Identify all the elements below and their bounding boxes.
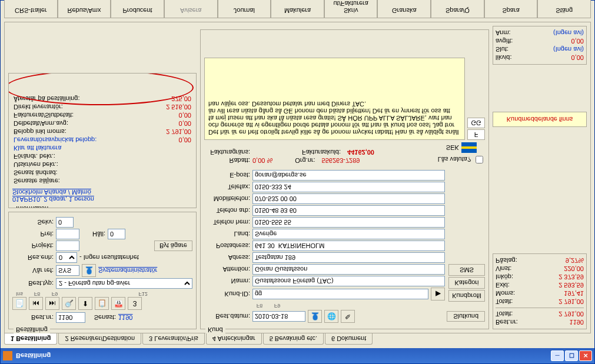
- trip-link[interactable]: 01APR10, 2 dagar, 1 person: [12, 196, 192, 203]
- epost-input[interactable]: [252, 170, 445, 181]
- sekv-input[interactable]: [56, 217, 74, 228]
- btab-avisera[interactable]: Avisera: [164, 0, 218, 18]
- calendar-icon[interactable]: 📅: [111, 297, 125, 310]
- kundmeddelande-msg: Kundmeddelande finns: [493, 112, 587, 127]
- land-input[interactable]: [252, 229, 445, 239]
- bytagare-button[interactable]: Byt ägare: [154, 241, 192, 251]
- hall-label: Håll:: [82, 231, 105, 238]
- btab-sparaq[interactable]: Spara/Q: [431, 0, 484, 18]
- bottom-toolbar: CRS-trailer Rebus/Amx Producent Avisera …: [1, 0, 594, 18]
- inner-tabs: 1 Beställning 2 Resenärer/Destination 3 …: [1, 333, 594, 348]
- btab-skrivut[interactable]: Skriv ut/Fakturera: [324, 0, 378, 18]
- date-globe-icon[interactable]: 🌐: [324, 310, 338, 323]
- kundprofil-button[interactable]: Kundprofil: [448, 290, 485, 302]
- tab-dokument[interactable]: 6 Dokument: [325, 333, 373, 345]
- right-lower-box: likvid:0,00 Slut:(Ingen avi) avgift:0,00…: [493, 26, 587, 65]
- sekv-label: Sekv:: [12, 219, 54, 226]
- flag-sweden-icon: [461, 142, 477, 153]
- kundid-input[interactable]: [252, 289, 428, 299]
- kund-group: Kund Best.datum: 👤 🌐 ✎ Slutkund F8 F9: [200, 29, 489, 329]
- resenh-label: Res.enh:: [12, 254, 54, 261]
- faktskuld-value: 44162,00: [347, 149, 374, 156]
- titlebar: Beställning ─ ☐ ✕: [1, 348, 594, 363]
- fg-f[interactable]: F: [467, 129, 485, 140]
- btab-crs[interactable]: CRS-trailer: [4, 0, 58, 18]
- bestdatum-label: Best.datum:: [204, 313, 250, 320]
- close-button[interactable]: ✕: [579, 350, 592, 361]
- varref-label: Vår ref:: [12, 267, 54, 274]
- senast-label: Senast:: [88, 314, 116, 321]
- app-icon: [3, 351, 12, 360]
- lasvaluta-checkbox[interactable]: [476, 156, 483, 163]
- upload-icon[interactable]: ⬆: [78, 297, 92, 310]
- projekt-label: Projekt:: [12, 242, 54, 249]
- btab-journal[interactable]: Journal: [218, 0, 271, 18]
- btab-granska[interactable]: Granska: [377, 0, 431, 18]
- summary-box: Best.nr:1190 Totalt:2 791,00 Totalt:2 79…: [493, 253, 587, 329]
- tab-leverantor[interactable]: 3 Leverantör/Pris: [142, 333, 205, 345]
- namn-input[interactable]: [252, 276, 445, 286]
- date-edit-icon[interactable]: ✎: [341, 310, 355, 323]
- prel-input[interactable]: [56, 229, 79, 239]
- postadress-input[interactable]: [252, 241, 445, 251]
- varref-code[interactable]: [56, 265, 79, 276]
- varref-name[interactable]: Systemadministratör: [98, 267, 157, 274]
- fg-gg[interactable]: GG: [467, 118, 485, 128]
- telarb-input[interactable]: [252, 205, 445, 216]
- doc-icon[interactable]: 📋: [95, 297, 109, 310]
- besttyp-select[interactable]: 2 - Företag utan pg-avier: [56, 278, 192, 289]
- dest-link[interactable]: Stockholm Arlanda / Malmö: [12, 189, 192, 196]
- adress-input[interactable]: [252, 252, 445, 263]
- btab-makulera[interactable]: Makulera: [271, 0, 324, 18]
- date-search-icon[interactable]: 👤: [308, 310, 322, 323]
- kundid-play-icon[interactable]: ▶: [431, 288, 445, 300]
- telhem-input[interactable]: [252, 217, 445, 228]
- new-icon[interactable]: 📄: [12, 297, 26, 310]
- prel-label: Prel:: [12, 231, 54, 238]
- kategori-button[interactable]: Kategori: [448, 277, 485, 289]
- bestnr-input[interactable]: [56, 312, 85, 323]
- bestnr-label: Best.nr:: [12, 314, 54, 321]
- hall-input[interactable]: [108, 229, 125, 239]
- projekt-input[interactable]: [56, 241, 79, 251]
- minimize-button[interactable]: ─: [551, 350, 564, 361]
- tab-resenarer[interactable]: 2 Resenärer/Destination: [58, 333, 141, 345]
- prev-icon[interactable]: ⏮: [29, 297, 43, 310]
- info-group: Information 01APR10, 2 dagar, 1 person S…: [8, 73, 197, 208]
- btab-stang[interactable]: Stäng: [537, 0, 591, 18]
- search-icon[interactable]: 🔍: [62, 297, 76, 310]
- tab-bevakning[interactable]: 5 Bevakning etc.: [263, 333, 324, 345]
- varref-btn[interactable]: 👤: [82, 264, 96, 277]
- btab-spara[interactable]: Spara: [484, 0, 538, 18]
- kund-legend: Kund: [205, 326, 225, 333]
- next-icon[interactable]: ⏭: [45, 297, 59, 310]
- senast-link[interactable]: 1190: [118, 314, 132, 321]
- order-legend: Beställning: [14, 326, 50, 333]
- order-toolbar: 📄 ⏮ ⏭ 🔍 ⬆ 📋 📅 3: [12, 297, 192, 310]
- info-legend: Information: [14, 205, 51, 208]
- mobil-input[interactable]: [252, 193, 445, 204]
- slutkund-button[interactable]: Slutkund: [447, 311, 485, 322]
- bestdatum-input[interactable]: [252, 311, 305, 322]
- attention-input[interactable]: [252, 264, 445, 275]
- maximize-button[interactable]: ☐: [565, 350, 578, 361]
- customer-note[interactable]: Det här är en helt otroligt trevlig kill…: [204, 58, 465, 140]
- order-group: Beställning Best.nr: Senast: 1190 📄 ⏮ ⏭ …: [8, 212, 197, 329]
- resenh-code[interactable]: 0: [56, 252, 77, 263]
- tab-bestallning[interactable]: 1 Beställning: [4, 333, 57, 345]
- btab-producent[interactable]: Producent: [111, 0, 164, 18]
- resenh-text: - Ingen resultatenhet: [79, 254, 139, 261]
- window-title: Beställning: [16, 352, 51, 359]
- num3-icon[interactable]: 3: [128, 297, 142, 310]
- btab-rebus[interactable]: Rebus/Amx: [58, 0, 111, 18]
- tab-anteckningar[interactable]: 4 Anteckningar: [206, 333, 262, 345]
- telefax-input[interactable]: [252, 182, 445, 192]
- sms-button[interactable]: SMS: [448, 264, 485, 276]
- besttyp-label: Best.typ:: [12, 280, 54, 287]
